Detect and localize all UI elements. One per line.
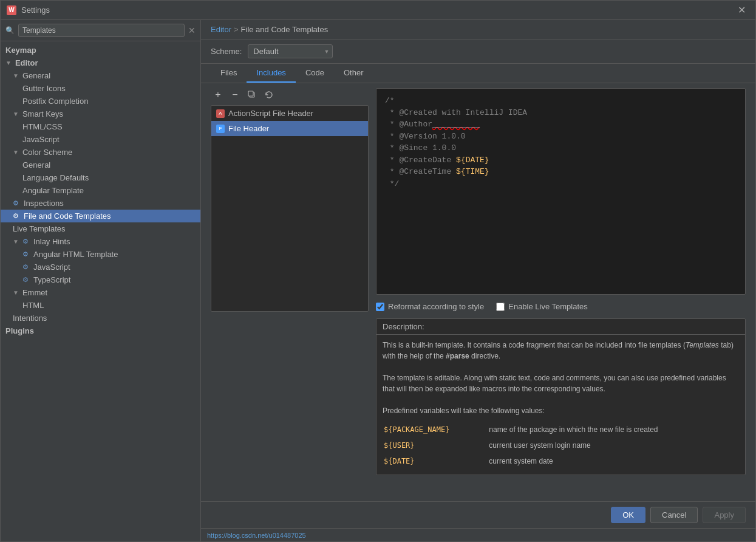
- svg-rect-1: [248, 91, 253, 96]
- var-name-date: ${DATE}: [384, 454, 488, 468]
- tab-includes[interactable]: Includes: [247, 64, 295, 83]
- search-clear-button[interactable]: ✕: [188, 26, 196, 35]
- copy-template-button[interactable]: [245, 88, 259, 101]
- variable-row-date: ${DATE} current system date: [384, 454, 738, 468]
- scheme-select[interactable]: Default Project: [248, 44, 333, 58]
- sidebar-item-angular-html-template[interactable]: ⚙ Angular HTML Template: [1, 248, 200, 261]
- live-templates-checkbox[interactable]: [496, 303, 505, 311]
- sidebar-item-live-templates[interactable]: Live Templates: [1, 222, 200, 235]
- sidebar-item-typescript-inlay[interactable]: ⚙ TypeScript: [1, 273, 200, 286]
- sidebar-item-html[interactable]: HTML: [1, 299, 200, 312]
- bottom-bar: OK Cancel Apply: [201, 501, 755, 528]
- reformat-label: Reformat according to style: [388, 302, 484, 311]
- template-toolbar: + −: [211, 88, 369, 101]
- sidebar-item-plugins[interactable]: Plugins: [1, 324, 200, 337]
- var-desc-package: name of the package in which the new fil…: [489, 422, 738, 437]
- fileheader-icon: F: [216, 125, 225, 133]
- sidebar-item-intentions[interactable]: Intentions: [1, 312, 200, 324]
- variable-row-package: ${PACKAGE_NAME} name of the package in w…: [384, 422, 738, 437]
- scheme-select-wrap: Default Project: [248, 44, 333, 58]
- sidebar-item-html-css[interactable]: HTML/CSS: [1, 120, 200, 133]
- sidebar-item-gutter-icons[interactable]: Gutter Icons: [1, 82, 200, 95]
- tabs-row: Files Includes Code Other: [201, 64, 755, 83]
- sidebar-item-postfix-completion[interactable]: Postfix Completion: [1, 95, 200, 108]
- content-area: 🔍 Templates ✕ Keymap ▼ Editor ▼ General: [1, 20, 755, 541]
- tab-files[interactable]: Files: [211, 64, 247, 83]
- search-input[interactable]: Templates: [18, 24, 185, 37]
- sidebar-item-general[interactable]: ▼ General: [1, 69, 200, 82]
- options-row: Reformat according to style Enable Live …: [376, 300, 746, 314]
- cancel-button[interactable]: Cancel: [650, 507, 698, 523]
- scheme-row: Scheme: Default Project: [201, 39, 755, 64]
- title-bar: W Settings ✕: [1, 1, 755, 20]
- sidebar-item-angular-template[interactable]: Angular Template: [1, 184, 200, 197]
- app-icon: W: [7, 5, 16, 15]
- sidebar-item-javascript[interactable]: JavaScript: [1, 133, 200, 146]
- panel-content: + −: [201, 83, 755, 501]
- main-panel: Editor > File and Code Templates Scheme:…: [201, 20, 755, 541]
- live-templates-label: Enable Live Templates: [508, 302, 588, 311]
- var-name-package: ${PACKAGE_NAME}: [384, 422, 488, 437]
- sidebar-item-inspections[interactable]: ⚙ Inspections: [1, 197, 200, 210]
- sidebar-item-language-defaults[interactable]: Language Defaults: [1, 171, 200, 184]
- sidebar-item-color-general[interactable]: General: [1, 159, 200, 171]
- description-header: Description:: [376, 319, 745, 335]
- variable-row-user: ${USER} current user system login name: [384, 438, 738, 453]
- breadcrumb-editor[interactable]: Editor: [211, 25, 231, 34]
- var-desc-date: current system date: [489, 454, 738, 468]
- template-item-actionscript[interactable]: A ActionScript File Header: [211, 106, 368, 121]
- add-template-button[interactable]: +: [211, 88, 225, 101]
- nav-tree: Keymap ▼ Editor ▼ General Gutter Icons P…: [1, 41, 200, 541]
- actionscript-icon: A: [216, 109, 225, 118]
- sidebar: 🔍 Templates ✕ Keymap ▼ Editor ▼ General: [1, 20, 201, 541]
- sidebar-item-editor[interactable]: ▼ Editor: [1, 57, 200, 69]
- sidebar-item-file-and-code-templates[interactable]: ⚙ File and Code Templates: [1, 210, 200, 222]
- template-item-fileheader[interactable]: F File Header: [211, 121, 368, 136]
- live-templates-checkbox-label[interactable]: Enable Live Templates: [496, 302, 588, 311]
- apply-button[interactable]: Apply: [703, 507, 746, 523]
- sidebar-item-javascript-inlay[interactable]: ⚙ JavaScript: [1, 261, 200, 273]
- description-section: Description: This is a built-in template…: [376, 318, 746, 475]
- breadcrumb-separator: >: [234, 25, 239, 34]
- breadcrumb-current: File and Code Templates: [241, 25, 329, 34]
- window-title: Settings: [21, 5, 734, 15]
- status-url[interactable]: https://blog.csdn.net/u014487025: [207, 532, 306, 539]
- sidebar-item-smart-keys[interactable]: ▼ Smart Keys: [1, 108, 200, 120]
- var-desc-user: current user system login name: [489, 438, 738, 453]
- status-bar: https://blog.csdn.net/u014487025: [201, 528, 755, 541]
- var-name-user: ${USER}: [384, 438, 488, 453]
- desc-templates-ref: Templates: [686, 341, 719, 349]
- description-body: This is a built-in template. It contains…: [376, 335, 745, 475]
- template-list: A ActionScript File Header F File Header: [211, 105, 369, 312]
- sidebar-item-color-scheme[interactable]: ▼ Color Scheme: [1, 146, 200, 159]
- sidebar-item-keymap[interactable]: Keymap: [1, 44, 200, 57]
- editor-panel: /* * @Created with IntelliJ IDEA * @Auth…: [376, 88, 746, 496]
- desc-text-5: Predefined variables will take the follo…: [383, 406, 545, 415]
- desc-text-4: The template is editable. Along with sta…: [383, 374, 726, 393]
- sidebar-item-emmet[interactable]: ▼ Emmet: [1, 286, 200, 299]
- desc-text-3: directive.: [469, 352, 500, 360]
- code-editor[interactable]: /* * @Created with IntelliJ IDEA * @Auth…: [376, 88, 746, 295]
- desc-text-1: This is a built-in template. It contains…: [383, 341, 686, 349]
- tab-other[interactable]: Other: [334, 64, 373, 83]
- reformat-checkbox[interactable]: [376, 303, 384, 311]
- remove-template-button[interactable]: −: [228, 88, 242, 101]
- search-icon: 🔍: [5, 26, 15, 35]
- template-list-panel: + −: [211, 88, 369, 496]
- settings-window: W Settings ✕ 🔍 Templates ✕ Keymap ▼ Edit…: [0, 0, 756, 542]
- scheme-label: Scheme:: [211, 47, 242, 56]
- tab-code[interactable]: Code: [296, 64, 334, 83]
- ok-button[interactable]: OK: [611, 507, 645, 523]
- sidebar-item-inlay-hints[interactable]: ▼ ⚙ Inlay Hints: [1, 235, 200, 248]
- reformat-checkbox-label[interactable]: Reformat according to style: [376, 302, 484, 311]
- close-button[interactable]: ✕: [734, 3, 749, 17]
- variables-table: ${PACKAGE_NAME} name of the package in w…: [383, 421, 739, 470]
- search-bar: 🔍 Templates ✕: [1, 20, 200, 41]
- desc-parse-ref: #parse: [446, 352, 469, 360]
- reset-template-button[interactable]: [262, 88, 276, 101]
- breadcrumb: Editor > File and Code Templates: [201, 20, 755, 39]
